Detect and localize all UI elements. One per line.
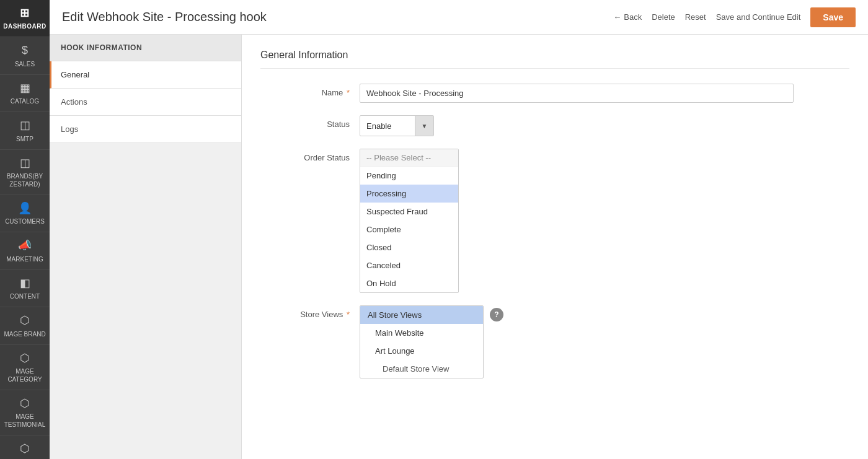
sidebar-item-label: MARKETING (6, 255, 43, 263)
sidebar-item-mega-menu[interactable]: ⬡ MEGA MENU (0, 435, 50, 459)
delete-button[interactable]: Delete (652, 12, 675, 22)
right-content: General Information Name * Status Enable… (242, 35, 868, 459)
mage-testimonial-icon: ⬡ (20, 396, 30, 411)
store-views-listbox[interactable]: All Store Views Main Website Art Lounge … (360, 305, 484, 378)
sidebar-item-customers[interactable]: 👤 CUSTOMERS (0, 195, 50, 232)
name-input-wrap (360, 84, 849, 103)
sidebar-item-catalog[interactable]: ▦ CATALOG (0, 75, 50, 112)
store-views-row: Store Views * All Store Views Main Websi… (260, 305, 849, 378)
sidebar-item-brands[interactable]: ◫ BRANDS(BY ZESTARD) (0, 150, 50, 195)
name-required-star: * (347, 88, 350, 97)
order-status-pending[interactable]: Pending (360, 167, 458, 185)
back-button[interactable]: ← Back (613, 12, 642, 22)
name-input[interactable] (360, 84, 794, 103)
marketing-icon: 📣 (18, 238, 32, 253)
store-views-input-wrap: All Store Views Main Website Art Lounge … (360, 305, 849, 378)
customers-icon: 👤 (18, 201, 32, 216)
sidebar-item-label: MAGE CATEGORY (2, 367, 47, 383)
store-views-help-icon[interactable]: ? (490, 308, 503, 321)
content-icon: ◧ (20, 276, 30, 291)
content-area: HOOK INFORMATION General Actions Logs Ge… (50, 35, 868, 459)
sidebar-item-label: CATALOG (11, 97, 39, 105)
status-value: Enable (360, 117, 415, 135)
store-views-required-star: * (347, 310, 350, 319)
sidebar-item-dashboard[interactable]: ⊞ DASHBOARD (0, 0, 50, 37)
nav-item-logs[interactable]: Logs (50, 116, 241, 143)
sidebar: ⊞ DASHBOARD $ SALES ▦ CATALOG ◫ SMTP ◫ B… (0, 0, 50, 459)
general-information-title: General Information (260, 50, 849, 69)
sidebar-item-content[interactable]: ◧ CONTENT (0, 270, 50, 307)
main-area: Edit Webhook Site - Processing hook ← Ba… (50, 0, 868, 459)
order-status-placeholder: -- Please Select -- (360, 149, 458, 167)
smtp-icon: ◫ (20, 118, 30, 133)
mage-brand-icon: ⬡ (20, 313, 30, 328)
sidebar-item-label: MAGE BRAND (4, 330, 45, 338)
back-arrow-icon: ← (613, 12, 621, 22)
order-status-input-wrap: -- Please Select -- Pending Processing S… (360, 149, 849, 293)
save-continue-button[interactable]: Save and Continue Edit (716, 12, 801, 22)
order-status-label: Order Status (260, 149, 360, 162)
panel-header: HOOK INFORMATION (50, 35, 241, 61)
order-status-row: Order Status -- Please Select -- Pending… (260, 149, 849, 293)
sidebar-item-label: CONTENT (10, 292, 40, 300)
save-button[interactable]: Save (810, 7, 856, 27)
left-panel: HOOK INFORMATION General Actions Logs (50, 35, 242, 459)
order-status-canceled[interactable]: Canceled (360, 256, 458, 274)
mega-menu-icon: ⬡ (20, 442, 30, 456)
nav-item-general[interactable]: General (50, 61, 241, 89)
sidebar-item-mage-category[interactable]: ⬡ MAGE CATEGORY (0, 345, 50, 390)
status-input-wrap: Enable ▼ (360, 115, 849, 136)
sidebar-item-label: BRANDS(BY ZESTARD) (2, 172, 47, 188)
sidebar-item-label: DASHBOARD (3, 22, 46, 30)
page-title: Edit Webhook Site - Processing hook (62, 10, 613, 24)
status-dropdown-arrow[interactable]: ▼ (415, 116, 433, 136)
order-status-listbox[interactable]: -- Please Select -- Pending Processing S… (360, 149, 459, 293)
sidebar-item-mage-brand[interactable]: ⬡ MAGE BRAND (0, 307, 50, 344)
store-views-label: Store Views * (260, 305, 360, 319)
sidebar-item-smtp[interactable]: ◫ SMTP (0, 112, 50, 149)
reset-button[interactable]: Reset (685, 12, 706, 22)
header-actions: ← Back Delete Reset Save and Continue Ed… (613, 7, 856, 27)
order-status-processing[interactable]: Processing (360, 185, 458, 203)
page-header: Edit Webhook Site - Processing hook ← Ba… (50, 0, 868, 35)
status-row: Status Enable ▼ (260, 115, 849, 136)
sv-default-store-view[interactable]: Default Store View (360, 360, 483, 378)
sidebar-item-sales[interactable]: $ SALES (0, 37, 50, 74)
order-status-suspected-fraud[interactable]: Suspected Fraud (360, 203, 458, 221)
store-views-wrap: All Store Views Main Website Art Lounge … (360, 305, 849, 378)
sv-main-website[interactable]: Main Website (360, 324, 483, 342)
sidebar-item-mage-testimonial[interactable]: ⬡ MAGE TESTIMONIAL (0, 390, 50, 435)
sales-icon: $ (22, 43, 28, 58)
order-status-on-hold[interactable]: On Hold (360, 274, 458, 292)
sidebar-item-marketing[interactable]: 📣 MARKETING (0, 232, 50, 269)
sv-all-store-views[interactable]: All Store Views (360, 306, 483, 324)
sidebar-item-label: MAGE TESTIMONIAL (2, 413, 47, 429)
name-label: Name * (260, 84, 360, 97)
status-select[interactable]: Enable ▼ (360, 115, 434, 136)
order-status-complete[interactable]: Complete (360, 221, 458, 238)
sidebar-item-label: CUSTOMERS (5, 217, 45, 225)
brands-icon: ◫ (20, 156, 30, 170)
sv-art-lounge[interactable]: Art Lounge (360, 342, 483, 360)
catalog-icon: ▦ (20, 81, 30, 95)
order-status-closed[interactable]: Closed (360, 238, 458, 256)
name-row: Name * (260, 84, 849, 103)
status-label: Status (260, 115, 360, 129)
nav-item-actions[interactable]: Actions (50, 89, 241, 116)
dashboard-icon: ⊞ (20, 6, 30, 20)
mage-category-icon: ⬡ (20, 351, 30, 365)
sidebar-item-label: SALES (15, 60, 35, 68)
sidebar-item-label: SMTP (16, 135, 33, 143)
